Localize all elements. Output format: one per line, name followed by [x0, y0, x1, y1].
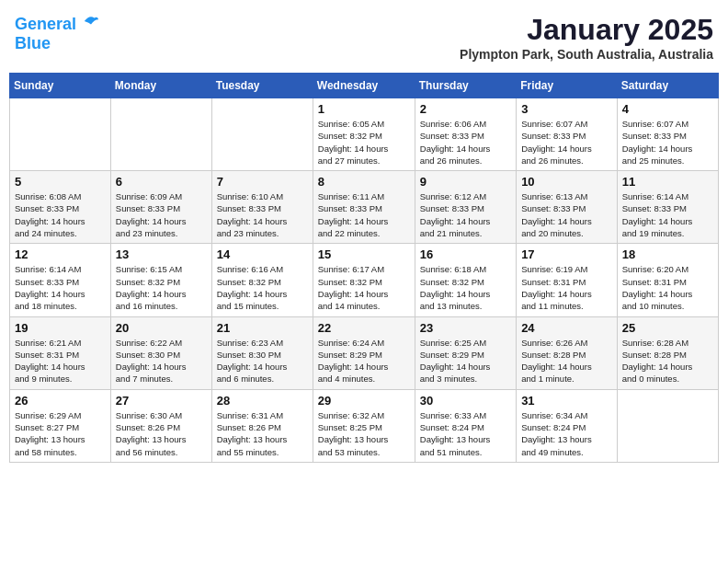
weekday-header-wednesday: Wednesday: [313, 74, 415, 98]
day-info: Sunrise: 6:06 AM Sunset: 8:33 PM Dayligh…: [420, 118, 511, 167]
day-number: 28: [217, 394, 308, 408]
weekday-header-friday: Friday: [517, 74, 618, 98]
calendar-cell: [617, 389, 718, 462]
calendar-cell: 17Sunrise: 6:19 AM Sunset: 8:31 PM Dayli…: [517, 244, 618, 316]
day-number: 20: [116, 321, 207, 335]
calendar-cell: 30Sunrise: 6:33 AM Sunset: 8:24 PM Dayli…: [415, 389, 516, 462]
weekday-header-monday: Monday: [110, 74, 211, 98]
calendar-cell: [211, 98, 313, 171]
day-info: Sunrise: 6:31 AM Sunset: 8:26 PM Dayligh…: [217, 409, 308, 458]
day-number: 19: [15, 321, 106, 335]
calendar-cell: 7Sunrise: 6:10 AM Sunset: 8:33 PM Daylig…: [211, 171, 313, 244]
day-number: 25: [622, 321, 713, 335]
calendar-cell: 10Sunrise: 6:13 AM Sunset: 8:33 PM Dayli…: [517, 171, 618, 244]
day-number: 11: [622, 175, 713, 189]
logo-line2: Blue: [15, 34, 99, 53]
day-number: 2: [420, 102, 511, 116]
calendar-cell: 2Sunrise: 6:06 AM Sunset: 8:33 PM Daylig…: [415, 98, 516, 171]
week-row-5: 26Sunrise: 6:29 AM Sunset: 8:27 PM Dayli…: [10, 389, 719, 462]
day-info: Sunrise: 6:14 AM Sunset: 8:33 PM Dayligh…: [622, 190, 713, 239]
weekday-header-saturday: Saturday: [617, 74, 718, 98]
calendar-cell: [110, 98, 211, 171]
calendar-cell: 18Sunrise: 6:20 AM Sunset: 8:31 PM Dayli…: [617, 244, 718, 316]
week-row-4: 19Sunrise: 6:21 AM Sunset: 8:31 PM Dayli…: [10, 316, 719, 389]
logo-text: General: [15, 13, 99, 34]
page: General Blue January 2025 Plympton Park,…: [0, 0, 728, 563]
calendar-cell: 25Sunrise: 6:28 AM Sunset: 8:28 PM Dayli…: [617, 316, 718, 389]
calendar-cell: 19Sunrise: 6:21 AM Sunset: 8:31 PM Dayli…: [10, 316, 111, 389]
logo: General Blue: [15, 13, 99, 53]
calendar-cell: 21Sunrise: 6:23 AM Sunset: 8:30 PM Dayli…: [211, 316, 313, 389]
day-info: Sunrise: 6:23 AM Sunset: 8:30 PM Dayligh…: [217, 337, 308, 385]
header: General Blue January 2025 Plympton Park,…: [9, 9, 719, 65]
week-row-3: 12Sunrise: 6:14 AM Sunset: 8:33 PM Dayli…: [10, 244, 719, 316]
day-info: Sunrise: 6:24 AM Sunset: 8:29 PM Dayligh…: [318, 337, 410, 385]
day-info: Sunrise: 6:17 AM Sunset: 8:32 PM Dayligh…: [318, 263, 410, 312]
day-number: 16: [420, 247, 511, 261]
day-info: Sunrise: 6:07 AM Sunset: 8:33 PM Dayligh…: [622, 118, 713, 167]
day-info: Sunrise: 6:21 AM Sunset: 8:31 PM Dayligh…: [15, 337, 106, 385]
day-number: 7: [217, 175, 308, 189]
day-info: Sunrise: 6:29 AM Sunset: 8:27 PM Dayligh…: [15, 409, 106, 458]
calendar-cell: 24Sunrise: 6:26 AM Sunset: 8:28 PM Dayli…: [517, 316, 618, 389]
day-info: Sunrise: 6:08 AM Sunset: 8:33 PM Dayligh…: [15, 190, 106, 239]
calendar-cell: 22Sunrise: 6:24 AM Sunset: 8:29 PM Dayli…: [313, 316, 415, 389]
day-info: Sunrise: 6:12 AM Sunset: 8:33 PM Dayligh…: [420, 190, 511, 239]
calendar-cell: 12Sunrise: 6:14 AM Sunset: 8:33 PM Dayli…: [10, 244, 111, 316]
day-number: 13: [116, 247, 207, 261]
day-number: 14: [217, 247, 308, 261]
day-number: 17: [521, 247, 612, 261]
day-info: Sunrise: 6:19 AM Sunset: 8:31 PM Dayligh…: [521, 263, 612, 312]
week-row-2: 5Sunrise: 6:08 AM Sunset: 8:33 PM Daylig…: [10, 171, 719, 244]
day-number: 29: [318, 394, 410, 408]
calendar-cell: 3Sunrise: 6:07 AM Sunset: 8:33 PM Daylig…: [517, 98, 618, 171]
calendar-cell: 8Sunrise: 6:11 AM Sunset: 8:33 PM Daylig…: [313, 171, 415, 244]
day-info: Sunrise: 6:05 AM Sunset: 8:32 PM Dayligh…: [318, 118, 410, 167]
day-info: Sunrise: 6:07 AM Sunset: 8:33 PM Dayligh…: [521, 118, 612, 167]
day-number: 10: [521, 175, 612, 189]
calendar-cell: [10, 98, 111, 171]
day-number: 22: [318, 321, 410, 335]
calendar-cell: 11Sunrise: 6:14 AM Sunset: 8:33 PM Dayli…: [617, 171, 718, 244]
month-year: January 2025: [460, 13, 713, 47]
day-number: 12: [15, 247, 106, 261]
day-info: Sunrise: 6:34 AM Sunset: 8:24 PM Dayligh…: [521, 409, 612, 458]
day-number: 21: [217, 321, 308, 335]
logo-bird-icon: [83, 13, 99, 29]
week-row-1: 1Sunrise: 6:05 AM Sunset: 8:32 PM Daylig…: [10, 98, 719, 171]
day-number: 26: [15, 394, 106, 408]
day-info: Sunrise: 6:33 AM Sunset: 8:24 PM Dayligh…: [420, 409, 511, 458]
calendar-cell: 26Sunrise: 6:29 AM Sunset: 8:27 PM Dayli…: [10, 389, 111, 462]
day-info: Sunrise: 6:09 AM Sunset: 8:33 PM Dayligh…: [116, 190, 207, 239]
day-info: Sunrise: 6:10 AM Sunset: 8:33 PM Dayligh…: [217, 190, 308, 239]
day-number: 6: [116, 175, 207, 189]
calendar-cell: 6Sunrise: 6:09 AM Sunset: 8:33 PM Daylig…: [110, 171, 211, 244]
day-info: Sunrise: 6:18 AM Sunset: 8:32 PM Dayligh…: [420, 263, 511, 312]
calendar-cell: 29Sunrise: 6:32 AM Sunset: 8:25 PM Dayli…: [313, 389, 415, 462]
day-info: Sunrise: 6:15 AM Sunset: 8:32 PM Dayligh…: [116, 263, 207, 312]
calendar-cell: 20Sunrise: 6:22 AM Sunset: 8:30 PM Dayli…: [110, 316, 211, 389]
day-info: Sunrise: 6:20 AM Sunset: 8:31 PM Dayligh…: [622, 263, 713, 312]
day-number: 18: [622, 247, 713, 261]
calendar-cell: 4Sunrise: 6:07 AM Sunset: 8:33 PM Daylig…: [617, 98, 718, 171]
calendar-cell: 5Sunrise: 6:08 AM Sunset: 8:33 PM Daylig…: [10, 171, 111, 244]
day-number: 31: [521, 394, 612, 408]
location: Plympton Park, South Australia, Australi…: [460, 47, 713, 62]
day-info: Sunrise: 6:32 AM Sunset: 8:25 PM Dayligh…: [318, 409, 410, 458]
calendar-cell: 31Sunrise: 6:34 AM Sunset: 8:24 PM Dayli…: [517, 389, 618, 462]
calendar-cell: 13Sunrise: 6:15 AM Sunset: 8:32 PM Dayli…: [110, 244, 211, 316]
weekday-header-thursday: Thursday: [415, 74, 516, 98]
calendar-cell: 23Sunrise: 6:25 AM Sunset: 8:29 PM Dayli…: [415, 316, 516, 389]
day-number: 1: [318, 102, 410, 116]
day-info: Sunrise: 6:28 AM Sunset: 8:28 PM Dayligh…: [622, 337, 713, 385]
day-number: 27: [116, 394, 207, 408]
weekday-header-sunday: Sunday: [10, 74, 111, 98]
calendar-cell: 28Sunrise: 6:31 AM Sunset: 8:26 PM Dayli…: [211, 389, 313, 462]
calendar-cell: 9Sunrise: 6:12 AM Sunset: 8:33 PM Daylig…: [415, 171, 516, 244]
day-number: 5: [15, 175, 106, 189]
day-info: Sunrise: 6:30 AM Sunset: 8:26 PM Dayligh…: [116, 409, 207, 458]
calendar-cell: 16Sunrise: 6:18 AM Sunset: 8:32 PM Dayli…: [415, 244, 516, 316]
day-number: 3: [521, 102, 612, 116]
day-number: 30: [420, 394, 511, 408]
day-number: 8: [318, 175, 410, 189]
